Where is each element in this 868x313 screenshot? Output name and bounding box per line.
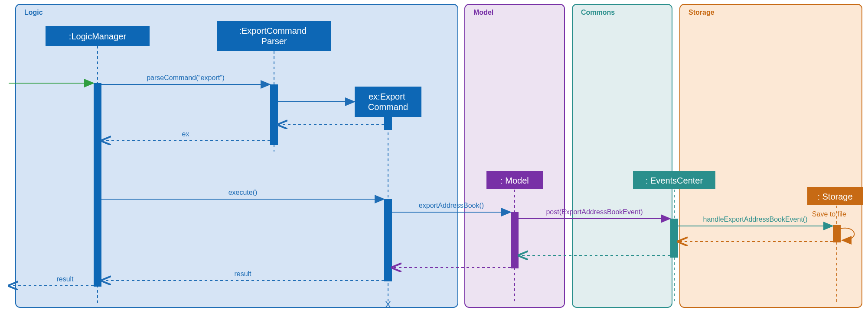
activation-logic-manager [94,83,101,287]
svg-rect-2 [572,4,672,307]
activation-storage [833,225,841,242]
participant-export-command: ex:Export Command [355,87,421,117]
destroy-export-command: X [385,300,391,309]
participant-model-label: : Model [500,176,529,185]
return-ex-label: ex [182,130,189,138]
participant-model: : Model [486,171,543,189]
return-result-inner-label: result [234,270,251,278]
svg-rect-3 [680,4,862,307]
svg-rect-5 [217,21,331,51]
return-result-outer-label: result [56,275,74,283]
region-commons-label: Commons [581,9,615,16]
region-storage-label: Storage [689,9,715,16]
activation-export-command-create [384,117,392,130]
participant-storage-label: : Storage [817,192,852,201]
message-parse-command-label: parseCommand(“export”) [147,74,225,81]
message-execute-label: execute() [228,189,258,196]
participant-logic-manager: :LogicManager [46,26,150,46]
message-export-address-book-label: exportAddressBook() [419,202,484,209]
participant-export-command-parser: :ExportCommand Parser [217,21,331,51]
region-logic-label: Logic [24,9,43,16]
region-storage: Storage [680,4,862,307]
svg-rect-6 [355,87,421,117]
region-commons: Commons [572,4,672,307]
activation-export-command-parser [270,84,278,145]
activation-model [511,212,519,268]
participant-events-center-label: : EventsCenter [646,176,703,185]
participant-events-center: : EventsCenter [633,171,715,189]
message-handle-export-event-label: handleExportAddressBookEvent() [703,216,807,223]
message-post-export-event-label: post(ExportAddressBookEvent) [546,208,643,216]
activation-events-center [670,219,678,258]
region-model-label: Model [473,9,493,16]
message-save-to-file-label: Save to file [812,210,846,218]
participant-storage: : Storage [807,187,863,205]
activation-export-command-execute [384,199,392,281]
participant-logic-manager-label: :LogicManager [69,32,127,41]
